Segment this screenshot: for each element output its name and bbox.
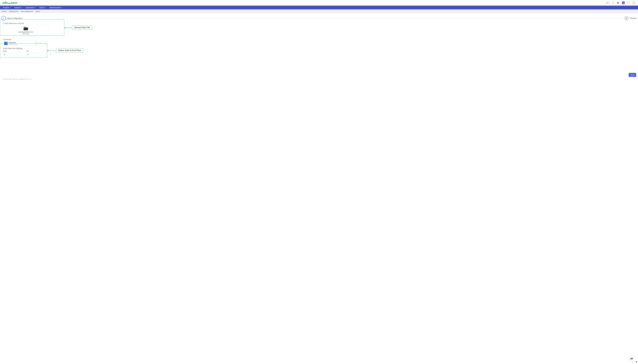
upload-dropzone[interactable]: LoanApplication.xlsx 223.70 Kb	[3, 25, 48, 36]
chevron-right-icon: ›	[34, 11, 35, 12]
breadcrumb-item: Excel	[36, 10, 40, 12]
nav-automation[interactable]: Automation▼	[24, 6, 38, 10]
heartbeat-icon	[623, 2, 624, 4]
header-bar: Info eave ® 4	[0, 0, 638, 6]
connection-user-icon	[35, 42, 38, 45]
footer-copyright: © 2013-2024 Noesys Software Pvt. Ltd.	[2, 77, 636, 81]
monitor-button[interactable]	[622, 2, 625, 4]
connection-chip[interactable]: Infoveave Explore Admin ✕	[3, 41, 43, 46]
chevron-down-icon: ▼	[45, 7, 46, 8]
step-2-label: Preview	[630, 17, 636, 19]
main-nav: Insights▼ Analysis▼ Automation▼ Studio▼ …	[0, 6, 638, 10]
user-icon	[633, 2, 635, 4]
step-1-label: Basic configuration	[8, 17, 23, 19]
breadcrumb-item[interactable]: New Datasource	[21, 10, 33, 12]
uploaded-file-size: 223.70 Kb	[22, 33, 29, 35]
connection-sub: Explore Admin	[9, 44, 34, 45]
books-icon	[617, 2, 619, 4]
end-step-down[interactable]: ▼	[50, 54, 51, 56]
folder-open-icon	[24, 27, 28, 30]
chevron-down-icon: ▼	[10, 7, 11, 8]
skip-rows-title: Excel Skip Row Settings	[3, 48, 636, 50]
connection-label: Connection	[3, 38, 636, 40]
end-label: End	[26, 50, 48, 52]
stepper: 1 Basic configuration 2 Preview	[2, 16, 636, 20]
chevron-right-icon: ›	[19, 11, 20, 12]
annotation-label-upload: Upload Data File	[72, 25, 92, 30]
notification-count: 4	[608, 2, 609, 4]
logo[interactable]: Info eave ®	[3, 1, 18, 4]
question-icon	[612, 2, 614, 4]
svg-point-4	[633, 2, 634, 3]
nav-studio[interactable]: Studio▼	[38, 6, 48, 10]
end-input[interactable]	[27, 53, 50, 56]
next-button[interactable]: Next	[629, 73, 636, 77]
chevron-right-icon: ›	[8, 11, 8, 12]
svg-rect-2	[618, 2, 618, 4]
breadcrumb-item[interactable]: Studio	[2, 10, 7, 12]
nav-administration[interactable]: Administration▼	[48, 6, 64, 10]
bell-icon	[606, 2, 608, 4]
fullscreen-icon	[627, 2, 629, 4]
breadcrumb: Studio › Datasources › New Datasource › …	[0, 10, 638, 14]
annotation-arrowhead	[47, 50, 48, 51]
annotation-connector	[64, 28, 72, 28]
connection-name: Infoveave	[9, 42, 34, 44]
begin-input[interactable]	[3, 53, 27, 56]
notifications-button[interactable]: 4	[606, 2, 609, 4]
logo-text-a: Info	[3, 1, 8, 4]
logo-weave-icon	[8, 2, 11, 4]
end-input-wrap: ▲ ▼	[26, 52, 48, 56]
annotation-connector	[47, 50, 56, 51]
upload-section-title: Create Datasource using file	[3, 22, 636, 24]
svg-rect-1	[617, 2, 618, 4]
logo-text-b: eave	[11, 1, 17, 4]
chevron-down-icon: ▼	[35, 7, 36, 8]
connection-logo-icon	[4, 42, 8, 45]
step-2-circle[interactable]: 2	[624, 16, 629, 20]
chevron-down-icon: ▼	[21, 7, 23, 8]
svg-rect-3	[618, 2, 619, 4]
step-1-circle[interactable]: 1	[2, 16, 6, 20]
breadcrumb-item[interactable]: Datasources	[9, 10, 18, 12]
nav-insights[interactable]: Insights▼	[2, 6, 13, 10]
user-menu-button[interactable]	[632, 1, 635, 4]
end-step-up[interactable]: ▲	[50, 53, 51, 54]
uploaded-file-name: LoanApplication.xlsx	[18, 31, 33, 33]
connection-remove-button[interactable]: ✕	[39, 42, 42, 44]
begin-input-wrap: ▲ ▼	[3, 52, 25, 56]
annotation-label-rows: Define Start & End Row	[56, 48, 83, 53]
chevron-down-icon: ▼	[61, 7, 62, 8]
help-button[interactable]	[612, 2, 614, 4]
nav-analysis[interactable]: Analysis▼	[13, 6, 24, 10]
fullscreen-button[interactable]	[627, 2, 630, 4]
annotation-arrowhead	[64, 27, 65, 28]
library-button[interactable]	[617, 2, 620, 4]
begin-label: Begin	[3, 50, 25, 52]
connection-add-button[interactable]: ＋	[44, 41, 48, 46]
svg-point-5	[36, 43, 37, 43]
